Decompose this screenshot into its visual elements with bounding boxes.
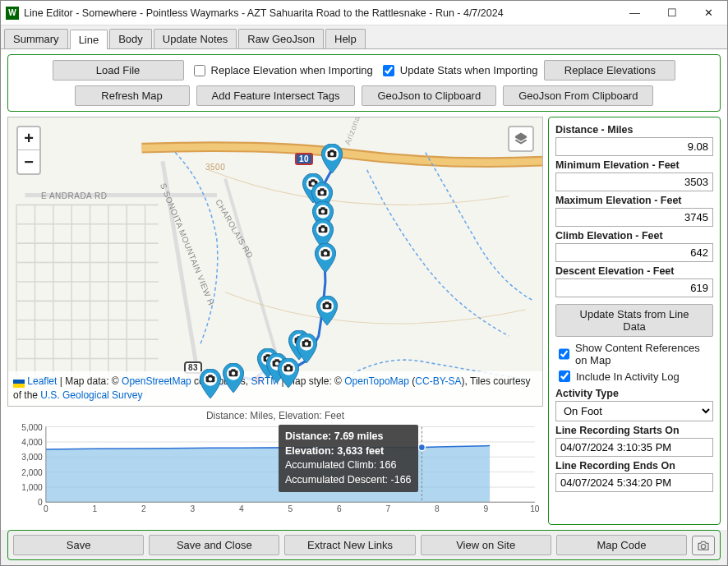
view-site-button[interactable]: View on Site (421, 535, 551, 555)
svg-rect-24 (329, 150, 334, 152)
replace-elevations-button[interactable]: Replace Elevations (544, 60, 675, 81)
svg-rect-40 (320, 225, 325, 228)
close-button[interactable]: ✕ (690, 1, 727, 25)
tab-summary[interactable]: Summary (4, 29, 68, 48)
geojson-to-clipboard-button[interactable]: GeoJson to Clipboard (362, 85, 496, 106)
distance-input[interactable] (555, 137, 713, 156)
osm-link[interactable]: OpenStreetMap (122, 375, 191, 387)
svg-text:1: 1 (93, 504, 98, 513)
svg-point-104 (701, 544, 705, 548)
zoom-out-button[interactable]: − (18, 150, 39, 173)
minimize-button[interactable]: ― (616, 1, 653, 25)
road-label-andrada: E ANDRADA RD (41, 191, 107, 200)
replace-elev-import-label: Replace Elevation when Importing (211, 64, 373, 76)
svg-point-75 (209, 378, 213, 382)
contour-3500: 3500 (205, 163, 225, 172)
save-close-button[interactable]: Save and Close (149, 535, 279, 555)
svg-text:9: 9 (483, 504, 488, 513)
refresh-map-button[interactable]: Refresh Map (75, 85, 190, 106)
svg-text:8: 8 (435, 504, 440, 513)
usgs-link[interactable]: U.S. Geological Survey (40, 389, 142, 401)
max-elev-input[interactable] (555, 208, 713, 227)
add-feature-intersect-button[interactable]: Add Feature Intersect Tags (196, 85, 356, 106)
chart-title: Distance: Miles, Elevation: Feet (7, 410, 543, 421)
min-elev-input[interactable] (555, 173, 713, 191)
update-stats-button[interactable]: Update Stats from Line Data (555, 304, 713, 337)
layers-icon (514, 131, 528, 146)
svg-text:7: 7 (385, 504, 390, 513)
svg-rect-76 (208, 375, 212, 378)
tab-help[interactable]: Help (325, 29, 366, 48)
maximize-button[interactable]: ☐ (653, 1, 690, 25)
map-code-button[interactable]: Map Code (556, 535, 687, 555)
svg-point-71 (232, 371, 236, 375)
svg-point-55 (304, 342, 308, 346)
svg-text:5: 5 (288, 504, 293, 513)
rec-end-input[interactable] (555, 473, 713, 492)
bottom-bar: Save Save and Close Extract New Links Vi… (7, 530, 721, 560)
tab-line[interactable]: Line (70, 30, 108, 49)
map-marker[interactable] (314, 243, 337, 273)
max-elev-label: Maximum Elevation - Feet (555, 195, 713, 206)
replace-elev-import-checkbox[interactable]: Replace Elevation when Importing (191, 62, 373, 79)
tab-body[interactable]: Body (109, 29, 152, 48)
map-marker[interactable] (316, 296, 339, 325)
svg-text:2: 2 (141, 504, 146, 513)
svg-point-23 (330, 152, 334, 156)
svg-text:0: 0 (38, 498, 43, 507)
climb-input[interactable] (555, 243, 713, 262)
svg-point-47 (325, 304, 329, 308)
svg-text:5,000: 5,000 (21, 423, 43, 432)
svg-rect-32 (320, 188, 324, 191)
svg-text:2,000: 2,000 (21, 468, 43, 477)
svg-text:3: 3 (191, 504, 196, 513)
tab-update-notes[interactable]: Update Notes (154, 29, 237, 48)
map[interactable]: + − E ANDRADA RD S SONOITA MOUNTAIN VIEW… (7, 117, 543, 407)
rec-start-input[interactable] (555, 438, 713, 457)
svg-point-67 (287, 366, 291, 370)
activity-type-select[interactable]: On Foot (555, 401, 713, 421)
opentopo-link[interactable]: OpenTopoMap (344, 375, 409, 387)
titlebar: W Line Editor - Somewhere - Pointless Wa… (1, 1, 727, 25)
zoom-in-button[interactable]: + (18, 127, 39, 150)
attr-text1: | Map data: © (57, 375, 122, 387)
descent-input[interactable] (555, 278, 713, 297)
window-buttons: ― ☐ ✕ (616, 1, 727, 25)
zoom-control: + − (16, 126, 41, 175)
layers-button[interactable] (508, 126, 534, 152)
load-file-button[interactable]: Load File (53, 60, 184, 81)
window-title: Line Editor - Somewhere - Pointless Waym… (24, 7, 616, 19)
map-marker[interactable] (222, 363, 245, 393)
svg-text:3,000: 3,000 (21, 453, 43, 462)
extract-links-button[interactable]: Extract New Links (284, 535, 415, 555)
svg-point-35 (321, 210, 325, 214)
leaflet-link[interactable]: Leaflet (27, 375, 57, 387)
tab-raw-geojson[interactable]: Raw GeoJson (238, 29, 324, 48)
toolbar: Load File Replace Elevation when Importi… (7, 54, 721, 112)
ukraine-flag-icon (13, 378, 25, 386)
screenshot-icon[interactable] (692, 536, 715, 555)
svg-text:1,000: 1,000 (21, 483, 43, 492)
show-refs-checkbox[interactable]: Show Content References on Map (555, 342, 713, 366)
ccbysa-link[interactable]: CC-BY-SA (415, 375, 461, 387)
distance-label: Distance - Miles (555, 124, 713, 136)
svg-text:4,000: 4,000 (21, 438, 43, 447)
rec-end-label: Line Recording Ends On (555, 460, 713, 472)
svg-rect-56 (304, 339, 308, 342)
save-button[interactable]: Save (13, 535, 144, 555)
update-stats-import-checkbox[interactable]: Update Stats when Importing (380, 62, 538, 79)
map-marker[interactable] (277, 358, 300, 388)
map-marker[interactable] (199, 369, 222, 398)
geojson-from-clipboard-button[interactable]: GeoJson From Clipboard (503, 85, 653, 106)
map-marker[interactable] (320, 144, 343, 173)
svg-text:6: 6 (337, 504, 342, 513)
include-log-label: Include In Activity Log (576, 370, 680, 383)
include-log-checkbox[interactable]: Include In Activity Log (555, 368, 713, 384)
svg-rect-68 (287, 364, 291, 366)
app-icon: W (6, 7, 19, 20)
elevation-chart[interactable]: Distance: Miles, Elevation: Feet 01,0002… (7, 410, 543, 525)
svg-point-101 (418, 444, 425, 451)
svg-rect-48 (325, 301, 329, 304)
rec-start-label: Line Recording Starts On (555, 425, 713, 436)
activity-type-label: Activity Type (555, 388, 713, 399)
